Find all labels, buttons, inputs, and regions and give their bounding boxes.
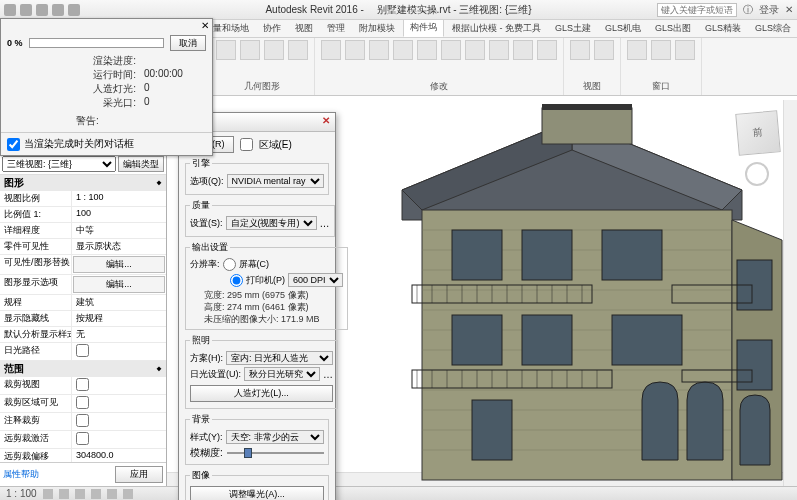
dialog-close-icon[interactable]: ✕ xyxy=(201,20,209,31)
lighting-scheme-select[interactable]: 室内: 日光和人造光 xyxy=(226,351,333,365)
artificial-lights-button[interactable]: 人造灯光(L)... xyxy=(190,385,333,402)
property-value[interactable]: 无 xyxy=(72,327,166,342)
sb-icon[interactable] xyxy=(75,489,85,499)
ribbon-tab[interactable]: GLS土建 xyxy=(549,20,597,37)
property-value[interactable] xyxy=(72,395,166,412)
property-value[interactable]: 中等 xyxy=(72,223,166,238)
sun-more-icon[interactable]: … xyxy=(323,369,333,380)
property-value[interactable]: 显示原状态 xyxy=(72,239,166,254)
quality-more-icon[interactable]: … xyxy=(320,218,330,229)
property-row: 远剪裁激活 xyxy=(0,431,166,449)
region-checkbox[interactable] xyxy=(240,138,253,151)
property-value[interactable] xyxy=(72,377,166,394)
dpi-select[interactable]: 600 DPI xyxy=(288,273,343,287)
revit-app-icon[interactable] xyxy=(4,4,16,16)
svg-rect-3 xyxy=(542,108,632,144)
ribbon-tab[interactable]: GLS综合 xyxy=(749,20,797,37)
property-category[interactable]: 范围⬥ xyxy=(0,361,166,377)
ribbon-command-icon[interactable] xyxy=(651,40,671,60)
ribbon-command-icon[interactable] xyxy=(513,40,533,60)
render-dialog: 渲染 ✕ 渲染(R) 区域(E) 引擎 选项(Q):NVIDIA mental … xyxy=(178,112,336,500)
ribbon-command-icon[interactable] xyxy=(288,40,308,60)
resolution-printer-radio[interactable] xyxy=(230,274,243,287)
ribbon-command-icon[interactable] xyxy=(321,40,341,60)
qat-save-icon[interactable] xyxy=(36,4,48,16)
lighting-group: 照明 方案(H):室内: 日光和人造光 日光设置(U):秋分日光研究… 人造灯光… xyxy=(185,334,338,409)
ribbon-tab[interactable]: GLS出图 xyxy=(649,20,697,37)
qat-redo-icon[interactable] xyxy=(68,4,80,16)
ribbon-tab[interactable]: GLS精装 xyxy=(699,20,747,37)
background-style-select[interactable]: 天空: 非常少的云 xyxy=(226,430,325,444)
ribbon-command-icon[interactable] xyxy=(417,40,437,60)
property-value[interactable] xyxy=(72,413,166,430)
property-row: 规程建筑 xyxy=(0,295,166,311)
help-search-input[interactable] xyxy=(657,3,737,17)
close-on-finish-label: 当渲染完成时关闭对话框 xyxy=(24,137,134,151)
property-category[interactable]: 图形⬥ xyxy=(0,175,166,191)
ribbon-command-icon[interactable] xyxy=(216,40,236,60)
apply-button[interactable]: 应用 xyxy=(115,466,163,483)
sb-icon[interactable] xyxy=(107,489,117,499)
ribbon-command-icon[interactable] xyxy=(240,40,260,60)
property-value[interactable] xyxy=(72,343,166,360)
property-row: 可见性/图形替换编辑... xyxy=(0,255,166,275)
property-value[interactable]: 编辑... xyxy=(73,276,165,293)
adjust-exposure-button[interactable]: 调整曝光(A)... xyxy=(190,486,324,500)
view-scale[interactable]: 1 : 100 xyxy=(6,488,37,499)
property-value[interactable]: 1 : 100 xyxy=(72,191,166,206)
ribbon-tab[interactable]: 管理 xyxy=(321,20,351,37)
sb-icon[interactable] xyxy=(43,489,53,499)
qat-undo-icon[interactable] xyxy=(52,4,64,16)
quality-select[interactable]: 自定义(视图专用) xyxy=(226,216,317,230)
status-bar: 1 : 100 xyxy=(0,486,797,500)
property-value[interactable]: 304800.0 xyxy=(72,449,166,462)
window-close-icon[interactable]: ✕ xyxy=(785,4,793,15)
ribbon-command-icon[interactable] xyxy=(594,40,614,60)
sun-settings-select[interactable]: 秋分日光研究 xyxy=(244,367,320,381)
type-selector[interactable]: 三维视图: {三维} xyxy=(2,156,116,172)
sign-in-link[interactable]: 登录 xyxy=(759,3,779,17)
close-on-finish-checkbox[interactable] xyxy=(7,138,20,151)
ribbon-command-icon[interactable] xyxy=(264,40,284,60)
ribbon-tab[interactable]: GLS机电 xyxy=(599,20,647,37)
warning-label: 警告: xyxy=(76,114,136,128)
property-value[interactable]: 按规程 xyxy=(72,311,166,326)
property-row: 裁剪区域可见 xyxy=(0,395,166,413)
qat-open-icon[interactable] xyxy=(20,4,32,16)
ribbon-command-icon[interactable] xyxy=(570,40,590,60)
ribbon-tab[interactable]: 根据山快模 - 免费工具 xyxy=(446,20,547,37)
ribbon-tab[interactable]: 构件坞 xyxy=(403,20,444,37)
quick-access-toolbar xyxy=(4,4,80,16)
ribbon-command-icon[interactable] xyxy=(393,40,413,60)
ribbon-command-icon[interactable] xyxy=(465,40,485,60)
property-value[interactable] xyxy=(72,431,166,448)
ribbon-command-icon[interactable] xyxy=(441,40,461,60)
property-row: 裁剪视图 xyxy=(0,377,166,395)
ribbon-command-icon[interactable] xyxy=(369,40,389,60)
ribbon-command-icon[interactable] xyxy=(489,40,509,60)
sb-icon[interactable] xyxy=(123,489,133,499)
ribbon-tab[interactable]: 视图 xyxy=(289,20,319,37)
properties-panel: 属性 ✕ 三维视图 三维视图: {三维} 编辑类型 图形⬥视图比例1 : 100… xyxy=(0,100,167,486)
cancel-button[interactable]: 取消 xyxy=(170,35,206,51)
ribbon-command-icon[interactable] xyxy=(675,40,695,60)
ribbon-group-label: 视图 xyxy=(570,80,614,93)
ribbon-command-icon[interactable] xyxy=(627,40,647,60)
dialog-close-icon[interactable]: ✕ xyxy=(322,115,330,129)
haze-slider[interactable] xyxy=(227,452,324,454)
engine-select[interactable]: NVIDIA mental ray xyxy=(227,174,325,188)
ribbon-command-icon[interactable] xyxy=(345,40,365,60)
edit-type-button[interactable]: 编辑类型 xyxy=(118,156,164,172)
properties-help-link[interactable]: 属性帮助 xyxy=(3,468,39,481)
svg-rect-19 xyxy=(452,230,502,280)
resolution-screen-radio[interactable] xyxy=(223,258,236,271)
ribbon-tab[interactable]: 协作 xyxy=(257,20,287,37)
sb-icon[interactable] xyxy=(91,489,101,499)
infocenter-icon[interactable]: ⓘ xyxy=(743,3,753,17)
property-value[interactable]: 编辑... xyxy=(73,256,165,273)
ribbon-tab[interactable]: 附加模块 xyxy=(353,20,401,37)
property-value[interactable]: 100 xyxy=(72,207,166,222)
property-value[interactable]: 建筑 xyxy=(72,295,166,310)
ribbon-command-icon[interactable] xyxy=(537,40,557,60)
sb-icon[interactable] xyxy=(59,489,69,499)
